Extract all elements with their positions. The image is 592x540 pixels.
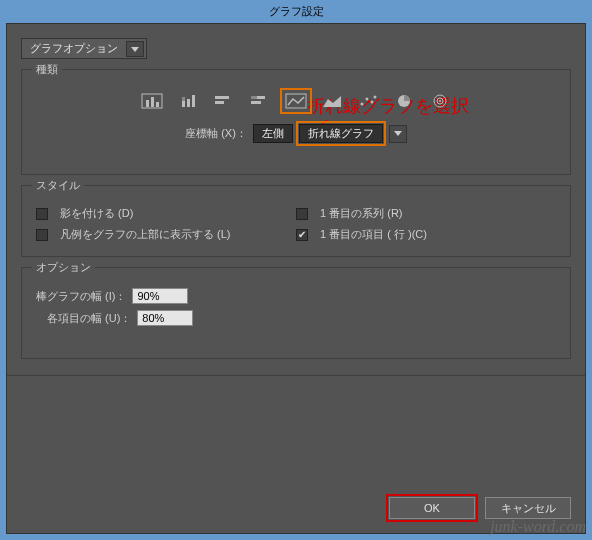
group-options: オプション 棒グラフの幅 (I)： 各項目の幅 (U)：: [21, 267, 571, 359]
axis-side-chip[interactable]: 左側: [253, 124, 293, 143]
first-row-checkbox[interactable]: [296, 229, 308, 241]
svg-point-19: [374, 96, 377, 99]
svg-point-23: [439, 100, 441, 102]
axis-dropdown-icon[interactable]: [389, 125, 407, 143]
first-row-label: 1 番目の項目 ( 行 )(C): [320, 227, 427, 242]
first-series-checkbox[interactable]: [296, 208, 308, 220]
horizontal-bar-icon[interactable]: [212, 92, 236, 110]
chevron-down-icon[interactable]: [126, 41, 144, 57]
cancel-button[interactable]: キャンセル: [485, 497, 571, 519]
svg-rect-2: [146, 100, 149, 107]
legend-top-label: 凡例をグラフの上部に表示する (L): [60, 227, 231, 242]
group-type-legend: 種類: [32, 62, 62, 77]
shadow-checkbox[interactable]: [36, 208, 48, 220]
item-width-input[interactable]: [137, 310, 193, 326]
axis-type-chip[interactable]: 折れ線グラフ: [299, 124, 383, 143]
divider: [7, 375, 585, 376]
svg-rect-4: [156, 102, 159, 107]
graph-type-row: [36, 92, 556, 110]
legend-top-checkbox[interactable]: [36, 229, 48, 241]
dialog-title: グラフ設定: [0, 0, 592, 22]
section-dropdown[interactable]: グラフオプション: [21, 38, 147, 59]
button-row: OK キャンセル: [389, 497, 571, 519]
dialog-window: グラフ設定 グラフオプション 折れ線グラフを選択 種類: [0, 0, 592, 540]
scatter-chart-icon[interactable]: [356, 92, 380, 110]
item-width-label: 各項目の幅 (U)：: [47, 311, 131, 326]
svg-rect-8: [192, 95, 195, 107]
dialog-client: グラフオプション 折れ線グラフを選択 種類: [6, 23, 586, 534]
bar-width-input[interactable]: [132, 288, 188, 304]
svg-rect-12: [251, 96, 257, 99]
svg-point-18: [371, 101, 374, 104]
bar-width-label: 棒グラフの幅 (I)：: [36, 289, 126, 304]
group-options-legend: オプション: [32, 260, 95, 275]
svg-rect-13: [251, 101, 261, 104]
stacked-bar-icon[interactable]: [176, 92, 200, 110]
ok-button[interactable]: OK: [389, 497, 475, 519]
first-series-label: 1 番目の系列 (R): [320, 206, 403, 221]
watermark: junk-word.com: [490, 518, 586, 536]
pie-chart-icon[interactable]: [392, 92, 416, 110]
svg-point-17: [366, 98, 369, 101]
axis-label: 座標軸 (X)：: [185, 126, 247, 141]
svg-rect-3: [151, 97, 154, 107]
axis-row: 座標軸 (X)： 左側 折れ線グラフ: [36, 124, 556, 143]
group-type: 種類: [21, 69, 571, 175]
svg-rect-6: [182, 97, 185, 101]
line-chart-icon[interactable]: [284, 92, 308, 110]
group-style-legend: スタイル: [32, 178, 84, 193]
svg-point-16: [361, 103, 364, 106]
svg-rect-10: [215, 101, 224, 104]
svg-rect-7: [187, 99, 190, 107]
area-chart-icon[interactable]: [320, 92, 344, 110]
radar-chart-icon[interactable]: [428, 92, 452, 110]
bar-chart-icon[interactable]: [140, 92, 164, 110]
group-style: スタイル 影を付ける (D) 1 番目の系列 (R) 凡例をグラフの上部に表示す…: [21, 185, 571, 257]
section-label: グラフオプション: [30, 42, 118, 54]
horizontal-stacked-bar-icon[interactable]: [248, 92, 272, 110]
shadow-label: 影を付ける (D): [60, 206, 133, 221]
svg-marker-15: [323, 96, 341, 107]
svg-rect-9: [215, 96, 229, 99]
